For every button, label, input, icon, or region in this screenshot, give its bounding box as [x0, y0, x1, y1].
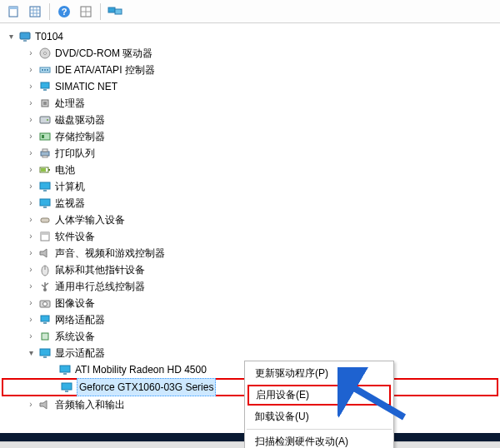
- expand-icon[interactable]: ›: [25, 181, 37, 192]
- expand-icon[interactable]: ›: [25, 331, 37, 342]
- tree-category[interactable]: › 鼠标和其他指针设备: [2, 261, 498, 278]
- mouse-icon: [38, 263, 52, 276]
- printer-icon: [38, 147, 52, 160]
- tree-category[interactable]: › DVD/CD-ROM 驱动器: [2, 45, 498, 62]
- category-label: 音频输入和输出: [55, 396, 125, 413]
- tree-category[interactable]: › IDE ATA/ATAPI 控制器: [2, 62, 498, 78]
- category-label: 软件设备: [55, 228, 95, 245]
- category-label: 鼠标和其他指针设备: [55, 261, 145, 278]
- menu-separator: [247, 429, 392, 430]
- menu-uninstall-device[interactable]: 卸载设备(U): [247, 406, 392, 427]
- toolbar-btn-1[interactable]: [3, 2, 23, 21]
- expand-icon[interactable]: ›: [25, 64, 37, 76]
- audio-icon: [38, 246, 52, 260]
- tree-category[interactable]: › SIMATIC NET: [2, 78, 498, 95]
- expand-icon[interactable]: ›: [25, 164, 37, 176]
- camera-icon: [38, 296, 52, 310]
- svg-rect-14: [20, 32, 30, 39]
- svg-rect-58: [63, 373, 67, 375]
- category-label: SIMATIC NET: [55, 78, 118, 95]
- collapse-icon[interactable]: ▾: [25, 347, 37, 359]
- monitors-icon: [108, 6, 122, 17]
- svg-rect-29: [42, 135, 44, 138]
- context-menu: 更新驱动程序(P) 启用设备(E) 卸载设备(U) 扫描检测硬件改动(A) 属性…: [244, 361, 394, 448]
- tree-category[interactable]: › 监视器: [2, 195, 498, 212]
- expand-icon[interactable]: ›: [25, 97, 37, 109]
- toolbar-grid2-btn[interactable]: [76, 2, 96, 21]
- category-label: 计算机: [55, 178, 85, 195]
- expand-icon[interactable]: ›: [25, 47, 37, 59]
- category-label: 系统设备: [55, 328, 95, 345]
- file-icon: [8, 6, 19, 17]
- tree-category[interactable]: › 通用串行总线控制器: [2, 278, 498, 295]
- category-label: 声音、视频和游戏控制器: [55, 245, 165, 261]
- tree-category[interactable]: › 人体学输入设备: [2, 212, 498, 228]
- expand-icon[interactable]: ›: [25, 197, 37, 209]
- menu-update-driver[interactable]: 更新驱动程序(P): [247, 363, 392, 384]
- svg-point-51: [43, 302, 48, 306]
- toolbar-btn-2[interactable]: [25, 2, 45, 21]
- tree-category[interactable]: › 电池: [2, 162, 498, 178]
- svg-rect-15: [23, 40, 27, 42]
- tree-category[interactable]: › 软件设备: [2, 228, 498, 245]
- help-icon: ?: [58, 5, 71, 18]
- expand-icon[interactable]: ›: [25, 231, 37, 242]
- monitor-icon: [38, 346, 52, 360]
- svg-rect-54: [42, 333, 48, 340]
- computer-icon: [18, 30, 32, 43]
- tree-category[interactable]: › 计算机: [2, 178, 498, 195]
- svg-rect-37: [43, 190, 47, 192]
- category-label: DVD/CD-ROM 驱动器: [55, 45, 152, 62]
- category-label: 打印队列: [55, 145, 95, 162]
- monitor-icon: [38, 197, 52, 210]
- category-label: 网络适配器: [55, 311, 105, 328]
- svg-rect-12: [108, 7, 115, 12]
- svg-marker-43: [40, 249, 47, 257]
- svg-rect-55: [40, 349, 50, 356]
- expand-icon[interactable]: ›: [25, 399, 37, 411]
- svg-rect-32: [42, 156, 48, 157]
- expand-icon[interactable]: ▾: [5, 31, 17, 42]
- tree-category[interactable]: › 存储控制器: [2, 128, 498, 145]
- expand-icon[interactable]: ›: [25, 247, 37, 259]
- device-label: Geforce GTX1060-03G Series: [77, 378, 216, 396]
- expand-icon[interactable]: ›: [25, 264, 37, 276]
- expand-icon[interactable]: ›: [25, 147, 37, 159]
- toolbar-separator: [100, 3, 101, 20]
- toolbar-separator: [49, 3, 50, 20]
- grid-icon: [29, 6, 41, 17]
- svg-rect-35: [41, 168, 46, 172]
- svg-rect-39: [43, 207, 47, 208]
- category-label: IDE ATA/ATAPI 控制器: [55, 62, 155, 78]
- menu-enable-device[interactable]: 启用设备(E): [248, 385, 391, 406]
- svg-marker-61: [40, 401, 47, 409]
- expand-icon[interactable]: ›: [25, 297, 37, 309]
- tree-category[interactable]: › 网络适配器: [2, 311, 498, 328]
- storage-icon: [38, 130, 52, 143]
- tree-category[interactable]: › 磁盘驱动器: [2, 112, 498, 128]
- tree-category[interactable]: › 系统设备: [2, 328, 498, 345]
- tree-category[interactable]: › 图像设备: [2, 295, 498, 311]
- expand-icon[interactable]: ›: [25, 114, 37, 126]
- toolbar-monitors-btn[interactable]: [105, 2, 125, 21]
- svg-rect-60: [65, 391, 68, 392]
- expand-icon[interactable]: ›: [25, 314, 37, 326]
- tree-category[interactable]: › 打印队列: [2, 145, 498, 162]
- tree-category[interactable]: › 声音、视频和游戏控制器: [2, 245, 498, 261]
- menu-scan-hardware[interactable]: 扫描检测硬件改动(A): [247, 431, 392, 448]
- tree-category[interactable]: › 处理器: [2, 95, 498, 112]
- controller-icon: [38, 63, 52, 77]
- toolbar-help-btn[interactable]: ?: [54, 2, 74, 21]
- expand-icon[interactable]: ›: [25, 281, 37, 292]
- svg-rect-19: [42, 69, 43, 71]
- tree-category-display-adapter[interactable]: ▾ 显示适配器: [2, 345, 498, 361]
- chip-icon: [38, 330, 52, 343]
- tree-root[interactable]: ▾ T0104: [2, 28, 498, 45]
- expand-icon[interactable]: ›: [25, 131, 37, 142]
- device-label: ATI Mobility Radeon HD 4500: [75, 361, 207, 378]
- expand-icon[interactable]: ›: [25, 214, 37, 226]
- audio-icon: [38, 398, 52, 411]
- expand-icon[interactable]: ›: [25, 81, 37, 92]
- monitor-icon: [38, 180, 52, 193]
- device-tree: ▾ T0104 › DVD/CD-ROM 驱动器 › IDE ATA/ATAPI…: [0, 23, 500, 418]
